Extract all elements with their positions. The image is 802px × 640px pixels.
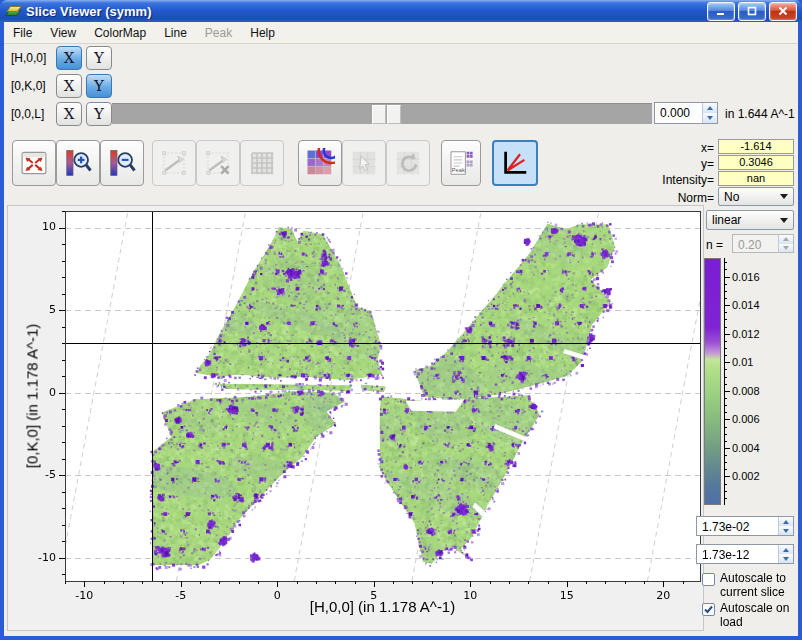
slice-unit-label: in 1.644 A^-1 (725, 107, 795, 121)
colorbar-minor-tick (724, 312, 727, 313)
autoscale-load-label: Autoscale on load (720, 601, 798, 629)
colorbar-minor-tick (724, 284, 727, 285)
autoscale-slice-label: Autoscale to current slice (720, 571, 798, 599)
peak-overlay-button[interactable]: Peak (441, 140, 481, 186)
colorbar-minor-tick (724, 377, 727, 378)
min-up[interactable] (779, 545, 793, 554)
min-down[interactable] (779, 554, 793, 563)
colorbar-minor-tick (724, 462, 727, 463)
intensity-readout-label: Intensity= (602, 173, 714, 187)
scale-type-dropdown[interactable]: linear (706, 210, 794, 230)
colorbar-tick-label: 0.012 (732, 329, 760, 339)
slice-viewer-window: Slice Viewer (symm) File View ColorMap L… (0, 0, 802, 640)
maximize-icon (746, 6, 758, 16)
menu-bar: File View ColorMap Line Peak Help (4, 22, 798, 44)
colorbar-minor-tick (724, 319, 727, 320)
colorbar-minor-tick (724, 369, 727, 370)
colorbar-major-tick (724, 419, 730, 420)
title-bar[interactable]: Slice Viewer (symm) (0, 0, 802, 22)
rebin-icon (305, 148, 335, 178)
colorbar-minor-tick (724, 398, 727, 399)
min-value-spinbox[interactable]: 1.73e-12 (696, 544, 794, 564)
colorbar-minor-tick (724, 348, 727, 349)
norm-dropdown-value: No (724, 190, 739, 204)
line-draw-icon (159, 148, 189, 178)
menu-colormap[interactable]: ColorMap (85, 22, 155, 43)
autoscale-slice-checkbox[interactable] (702, 573, 715, 586)
peak-button-text: Peak (452, 167, 465, 173)
line-mode-button[interactable] (492, 140, 538, 186)
colorbar-minor-tick (724, 269, 727, 270)
dim-0k0-y-button[interactable]: Y (86, 74, 112, 98)
colorbar-major-tick (724, 277, 730, 278)
grid-button (240, 140, 284, 186)
zoom-out-button[interactable] (100, 140, 144, 186)
menu-view[interactable]: View (41, 22, 85, 43)
intensity-readout-value: nan (718, 171, 794, 186)
check-icon (703, 604, 714, 615)
menu-file[interactable]: File (4, 22, 41, 43)
zoom-in-icon (63, 148, 93, 178)
colorbar-tick-label: 0.014 (732, 300, 760, 310)
rebin-button[interactable] (298, 140, 342, 186)
scale-type-value: linear (712, 213, 741, 227)
colorbar-minor-tick (724, 484, 727, 485)
colorbar-tick-label: 0.008 (732, 386, 760, 396)
menu-peak: Peak (196, 22, 241, 43)
slice-value-down[interactable] (703, 113, 717, 123)
chevron-down-icon (780, 218, 788, 223)
refresh-rebin-icon (393, 148, 423, 178)
min-value[interactable]: 1.73e-12 (697, 545, 778, 563)
line-clear-icon (203, 148, 233, 178)
dim-h00-x-button[interactable]: X (56, 46, 82, 70)
norm-dropdown[interactable]: No (718, 187, 794, 206)
max-value[interactable]: 1.73e-02 (697, 517, 778, 535)
colorbar-minor-tick (724, 291, 727, 292)
autoscale-load-checkbox[interactable] (702, 603, 715, 616)
maximize-button[interactable] (738, 2, 766, 21)
dim-0k0-label: [0,K,0] (11, 79, 46, 93)
menu-line[interactable]: Line (155, 22, 196, 43)
slice-value-spinbox[interactable]: 0.000 (654, 102, 718, 124)
y-readout-label: y= (602, 157, 714, 171)
colorbar-axis (724, 258, 725, 505)
reset-view-button[interactable] (12, 140, 56, 186)
menu-help[interactable]: Help (241, 22, 284, 43)
main-content: [H,0,0] X Y [0,K,0] X Y [0,0,L] X Y 0.00… (4, 44, 798, 636)
y-axis-label: [0,K,0] (in 1.178 A^-1) (24, 324, 41, 469)
colorbar-minor-tick (724, 405, 727, 406)
zoom-out-icon (107, 148, 137, 178)
max-up[interactable] (779, 517, 793, 526)
x-readout-label: x= (602, 141, 714, 155)
zoom-in-button[interactable] (56, 140, 100, 186)
window-title: Slice Viewer (symm) (26, 4, 707, 19)
slice-value-up[interactable] (703, 103, 717, 113)
dim-h00-label: [H,0,0] (11, 51, 46, 65)
line-mode-icon (500, 148, 530, 178)
colorbar-minor-tick (724, 341, 727, 342)
slice-plot-canvas[interactable] (8, 206, 703, 630)
dim-00l-x-button[interactable]: X (56, 102, 82, 126)
peak-overlay-icon: Peak (446, 148, 476, 178)
slice-value[interactable]: 0.000 (655, 103, 702, 123)
reset-view-icon (19, 148, 49, 178)
colorbar-minor-tick (724, 441, 727, 442)
max-down[interactable] (779, 526, 793, 535)
slice-slider[interactable] (112, 103, 652, 124)
line-draw-button (152, 140, 196, 186)
n-value: 0.20 (733, 235, 778, 252)
app-icon (5, 4, 21, 18)
colorbar-minor-tick (724, 491, 727, 492)
minimize-button[interactable] (707, 2, 735, 21)
close-button[interactable] (769, 2, 797, 21)
colorbar-major-tick (724, 391, 730, 392)
dim-00l-y-button[interactable]: Y (86, 102, 112, 126)
x-axis-label: [H,0,0] (in 1.178 A^-1) (65, 598, 700, 615)
dim-0k0-x-button[interactable]: X (56, 74, 82, 98)
max-value-spinbox[interactable]: 1.73e-02 (696, 516, 794, 536)
n-up (779, 235, 793, 244)
slice-slider-handle[interactable] (372, 105, 401, 124)
dim-h00-y-button[interactable]: Y (86, 46, 112, 70)
dim-00l-label: [0,0,L] (11, 107, 44, 121)
n-label: n = (706, 238, 723, 252)
